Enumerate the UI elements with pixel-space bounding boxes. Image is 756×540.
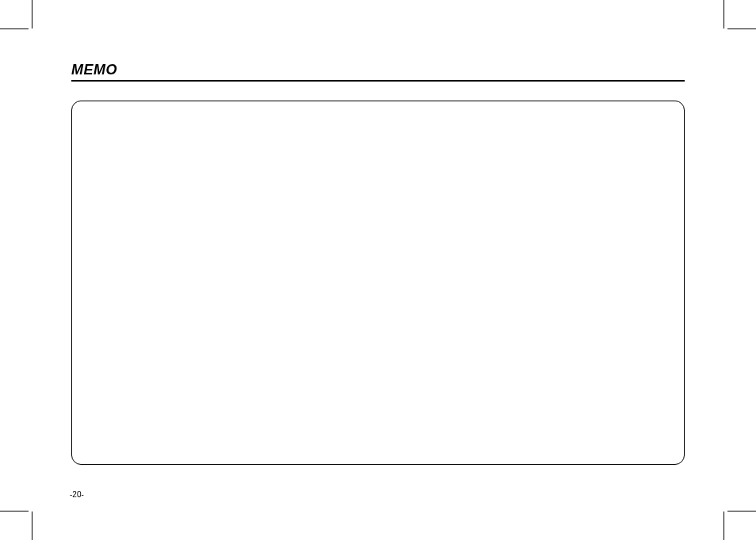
title-underline xyxy=(71,80,685,82)
page-number: -20- xyxy=(70,490,84,499)
memo-box xyxy=(71,101,685,465)
section-title: MEMO xyxy=(71,62,685,80)
crop-mark xyxy=(0,511,29,511)
page-content: MEMO xyxy=(71,62,685,492)
crop-mark xyxy=(0,29,29,29)
crop-mark xyxy=(727,511,756,511)
crop-mark xyxy=(724,511,724,540)
crop-mark xyxy=(727,29,756,29)
crop-mark xyxy=(32,511,32,540)
crop-mark xyxy=(724,0,724,29)
crop-mark xyxy=(32,0,32,29)
